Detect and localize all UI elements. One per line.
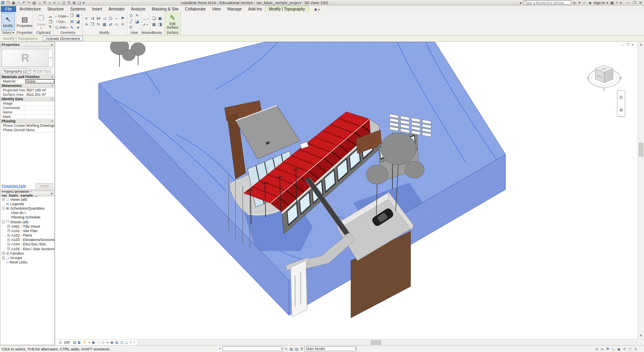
filter-icon[interactable]: ▽ bbox=[629, 347, 632, 351]
cut-to-clipboard-icon[interactable]: ✂ bbox=[49, 15, 52, 19]
section-collapse-icon[interactable]: ∧ bbox=[51, 97, 53, 101]
property-section-header[interactable]: Identity Data∧ bbox=[0, 97, 54, 101]
property-value[interactable]: 3611.301 m² bbox=[25, 93, 54, 97]
select-pinned-icon[interactable]: ⚑ bbox=[606, 347, 609, 351]
tab-massing-site[interactable]: Massing & Site bbox=[149, 6, 182, 12]
create-parts-icon[interactable]: ◨ bbox=[157, 22, 163, 27]
viewcube[interactable]: E N W TOP BACK bbox=[586, 57, 623, 96]
tab-manage[interactable]: Manage bbox=[224, 6, 245, 12]
paste-dropdown-icon[interactable]: ▾ bbox=[40, 27, 41, 29]
move-icon[interactable]: ✛ bbox=[84, 22, 89, 27]
worksharing-display-icon[interactable]: ▥ bbox=[115, 340, 119, 344]
property-section-header[interactable]: Phasing∧ bbox=[0, 119, 54, 124]
steering-wheel-icon[interactable]: ◎ bbox=[619, 95, 623, 100]
unpin-icon[interactable]: ▭ bbox=[114, 22, 120, 27]
property-value[interactable]: Grass bbox=[25, 79, 54, 83]
lock-3d-view-icon[interactable]: ◇ bbox=[102, 340, 105, 344]
tree-expander-icon[interactable]: + bbox=[2, 198, 5, 201]
array-icon[interactable]: ▦ bbox=[102, 22, 107, 27]
detail-level-icon[interactable]: ▤ bbox=[73, 340, 76, 344]
tab-collaborate[interactable]: Collaborate bbox=[182, 6, 209, 12]
tree-item[interactable]: +A105 - Elev./ Stair Sections bbox=[0, 247, 54, 251]
search-history-arrow[interactable]: ▸ bbox=[520, 1, 522, 5]
vertical-scrollbar[interactable]: ▲ ▼ bbox=[638, 42, 644, 339]
property-value[interactable]: None bbox=[25, 128, 54, 132]
tree-expander-icon[interactable]: + bbox=[7, 247, 10, 250]
panel-label-select[interactable]: Select ▾ bbox=[0, 31, 16, 35]
tree-expander-icon[interactable]: + bbox=[7, 225, 10, 228]
type-selector-dropdown-icon[interactable]: ▼ bbox=[48, 49, 53, 67]
tree-expander-icon[interactable]: - bbox=[2, 207, 5, 210]
text-icon[interactable]: A bbox=[53, 0, 56, 5]
revit-logo[interactable]: R bbox=[1, 0, 4, 5]
select-underlay-icon[interactable]: ◇ bbox=[612, 347, 615, 351]
paste-button[interactable]: ❐ Paste ▾ bbox=[34, 13, 48, 31]
properties-button[interactable]: ▤ Properties bbox=[18, 13, 31, 31]
temporary-hide-isolate-icon[interactable]: ∞ bbox=[106, 340, 109, 344]
drag-on-selection-icon[interactable]: ✛ bbox=[623, 347, 626, 351]
tab-file[interactable]: File bbox=[1, 6, 16, 12]
app-store-icon[interactable]: ▦ bbox=[610, 1, 614, 5]
aligned-dimension-icon[interactable]: ⇗▾ bbox=[143, 22, 149, 27]
property-value[interactable] bbox=[25, 101, 54, 105]
mirror-draw-axis-icon[interactable]: ◁ bbox=[102, 16, 107, 21]
cut-button[interactable]: ◔Cut▾ bbox=[55, 19, 68, 25]
exchange-apps-icon[interactable]: ✦ bbox=[578, 1, 581, 5]
property-value[interactable] bbox=[25, 115, 54, 119]
properties-help-link[interactable]: Properties help bbox=[2, 184, 26, 188]
sign-in-label[interactable]: Sign In bbox=[594, 1, 605, 5]
create-assembly-icon[interactable]: ▦ bbox=[151, 22, 157, 27]
compass-west[interactable]: W bbox=[619, 76, 622, 80]
walkway-section-strip[interactable] bbox=[291, 261, 307, 317]
modify-button[interactable]: ↖ Modify bbox=[1, 13, 15, 31]
scroll-down-icon[interactable]: ▼ bbox=[638, 333, 644, 339]
mirror-pick-axis-icon[interactable]: ⋈ bbox=[96, 16, 101, 21]
view-scale[interactable]: 1 : 100 bbox=[59, 340, 70, 344]
save-icon[interactable]: ▣ bbox=[12, 0, 15, 5]
create-group-icon[interactable]: ❏ bbox=[151, 16, 157, 21]
paste-aligned-icon[interactable]: ❐ bbox=[69, 13, 75, 19]
edit-type-button[interactable]: ⊞ Edit Type bbox=[31, 68, 52, 74]
signin-dropdown-icon[interactable]: ▾ bbox=[607, 1, 609, 5]
tree-item[interactable]: +Planting Schedule bbox=[0, 215, 54, 220]
tree-expander-icon[interactable]: + bbox=[2, 252, 5, 255]
redo-icon[interactable]: ↷ bbox=[27, 0, 31, 5]
design-option-combo[interactable]: Main Model bbox=[304, 346, 357, 351]
cope-button[interactable]: ⌐Cope▾ bbox=[55, 14, 68, 19]
tab-analyze[interactable]: Analyze bbox=[128, 6, 149, 12]
activate-dimensions-button[interactable]: Activate Dimensions bbox=[43, 36, 83, 41]
favorites-icon[interactable]: ☆ bbox=[583, 1, 586, 5]
tab-systems[interactable]: Systems bbox=[67, 6, 89, 12]
copy-to-clipboard-icon[interactable]: ❐ bbox=[49, 20, 52, 24]
tree-item[interactable]: +A001 - Title Sheet bbox=[0, 224, 54, 228]
tree-expander-icon[interactable]: + bbox=[7, 234, 10, 237]
horizontal-scroll-thumb[interactable] bbox=[371, 340, 381, 345]
view-close-icon[interactable]: ✕ bbox=[631, 43, 634, 47]
tab-annotate[interactable]: Annotate bbox=[105, 6, 128, 12]
sun-path-icon[interactable]: ☀ bbox=[83, 340, 86, 344]
measure-icon[interactable]: ↔ bbox=[38, 0, 41, 5]
join-button-dropdown-icon[interactable]: ▾ bbox=[66, 26, 68, 29]
tag-icon[interactable]: ◇ bbox=[48, 0, 51, 5]
horizontal-scrollbar[interactable]: › ⋰ bbox=[138, 340, 644, 345]
beam-wall-join-icon[interactable]: ▣ bbox=[75, 13, 81, 19]
create-similar-icon[interactable]: ▣ bbox=[157, 16, 163, 21]
offset-icon[interactable]: ⇉ bbox=[90, 16, 95, 21]
reveal-constraints-icon[interactable]: ▽ bbox=[130, 340, 132, 344]
temporary-view-properties-icon[interactable]: ◫ bbox=[120, 340, 124, 344]
default-3d-view-icon[interactable]: ⌂ bbox=[58, 0, 60, 5]
help-icon[interactable]: ? bbox=[616, 1, 618, 5]
exclude-options-icon[interactable]: ⊘ bbox=[595, 347, 599, 351]
apply-button[interactable]: Apply bbox=[35, 183, 53, 189]
restore-icon[interactable]: ❐ bbox=[633, 1, 636, 5]
property-value[interactable] bbox=[25, 106, 54, 110]
tree-item[interactable]: +∞Revit Links bbox=[0, 260, 54, 265]
split-element-icon[interactable]: ◫ bbox=[108, 16, 114, 21]
tree-item[interactable]: +A104 - Elev./Sec./Det. bbox=[0, 242, 54, 247]
open-icon[interactable]: ❐ bbox=[6, 0, 10, 5]
show-crop-region-icon[interactable]: ⬚ bbox=[97, 340, 100, 344]
scale-icon[interactable]: ⇄ bbox=[108, 22, 114, 27]
editable-only-icon[interactable]: ✎ bbox=[285, 347, 288, 351]
tree-expander-icon[interactable]: + bbox=[7, 243, 10, 246]
help-dropdown-icon[interactable]: ▾ bbox=[620, 1, 622, 5]
